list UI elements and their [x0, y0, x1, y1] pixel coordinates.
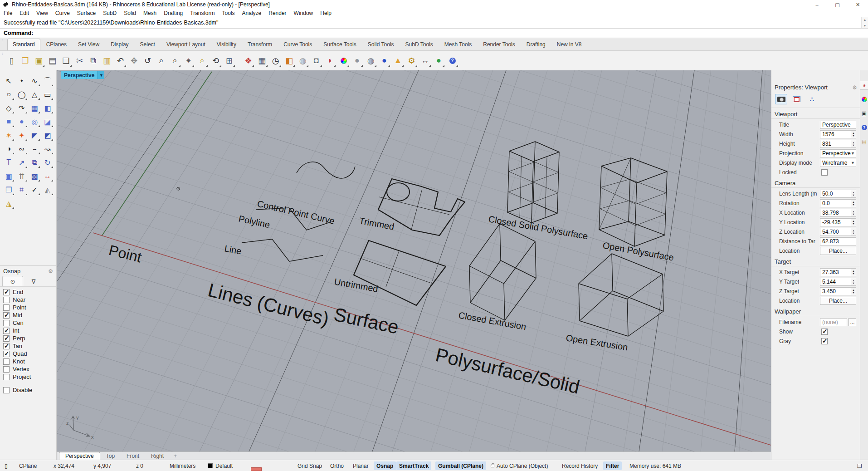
menu-edit[interactable]: Edit [16, 10, 33, 16]
toolbar-tab-curve-tools[interactable]: Curve Tools [278, 39, 317, 50]
paste-icon[interactable]: ▥ [101, 54, 113, 67]
spinner-target-y-target[interactable]: ▲▼ [851, 278, 856, 285]
undo-view-icon[interactable]: ⟲ [210, 54, 222, 67]
circle-icon[interactable]: ○ [3, 88, 15, 100]
spinner-viewport-height[interactable]: ▲▼ [851, 140, 856, 147]
command-scrollbar[interactable]: ▲ ▼ [861, 17, 868, 28]
viewport-title-menu[interactable]: Perspective ▼ [61, 71, 104, 79]
extrude-icon[interactable]: ⇈ [16, 170, 28, 182]
viewport-title[interactable]: Perspective [61, 71, 98, 79]
spinner-camera-rotation[interactable]: ▲▼ [851, 200, 856, 207]
zoom-icon[interactable]: ⌕ [155, 54, 167, 67]
dimension-icon[interactable]: ↔ [419, 54, 431, 67]
spinner-camera-x-location[interactable]: ▲▼ [851, 209, 856, 216]
toolbar-tab-drafting[interactable]: Drafting [521, 39, 551, 50]
split-icon[interactable]: ◩ [42, 129, 54, 141]
menu-file[interactable]: File [0, 10, 16, 16]
viewport-perspective[interactable]: PointLines (Curves)Control Point CurvePo… [57, 70, 771, 460]
browse-button-wallpaper-filename[interactable]: ... [848, 318, 856, 326]
status-units[interactable]: Millimeters [167, 461, 198, 470]
field-viewport-width[interactable]: 1576▲▼ [820, 130, 856, 138]
field-camera-lens-length-m[interactable]: 50.0▲▼ [820, 190, 856, 198]
toolbar-tab-solid-tools[interactable]: Solid Tools [362, 39, 400, 50]
boolean-icon[interactable]: ◑ [3, 143, 15, 155]
libraries-panel-tab-icon[interactable]: ▤ [860, 137, 868, 146]
viewport-tab-perspective[interactable]: Perspective [59, 452, 100, 460]
minimize-button[interactable]: – [807, 0, 827, 9]
array-icon[interactable]: ▩ [29, 170, 40, 182]
checkbox-cen[interactable] [3, 320, 10, 326]
torus-icon[interactable]: ◎ [29, 116, 40, 128]
toolbar-tab-visibility[interactable]: Visibility [211, 39, 242, 50]
box-icon[interactable]: ■ [3, 116, 15, 128]
fillet-icon[interactable]: ⌣ [29, 143, 40, 155]
sphere-icon[interactable]: ● [16, 116, 28, 128]
spinner-camera-y-location[interactable]: ▲▼ [851, 219, 856, 226]
notifications-icon[interactable]: ▲ [392, 54, 404, 67]
toolbar-tab-surface-tools[interactable]: Surface Tools [318, 39, 362, 50]
status-auto-cplane[interactable]: Auto CPlane (Object) [488, 461, 551, 470]
move-icon[interactable]: ↗ [16, 157, 28, 168]
field-target-x-target[interactable]: 27.363▲▼ [820, 268, 856, 276]
command-history[interactable]: Successfully read file "C:\Users\2022115… [0, 17, 868, 28]
menu-help[interactable]: Help [317, 10, 335, 16]
rendered-display-icon[interactable]: ◍ [365, 54, 377, 67]
menu-window[interactable]: Window [290, 10, 317, 16]
menu-curve[interactable]: Curve [52, 10, 73, 16]
new-file-icon[interactable]: ▯ [5, 54, 18, 67]
toolbar-tab-cplanes[interactable]: CPlanes [41, 39, 72, 50]
field-target-y-target[interactable]: 5.144▲▼ [820, 278, 856, 286]
status-gumball[interactable]: Gumball (CPlane) [435, 461, 486, 470]
status-grid-snap[interactable]: Grid Snap [295, 461, 325, 470]
toolbar-tab-select[interactable]: Select [135, 39, 161, 50]
field-camera-rotation[interactable]: 0.0▲▼ [820, 199, 856, 207]
shaded-display-icon[interactable]: ● [351, 54, 363, 67]
toolbar-tab-subd-tools[interactable]: SubD Tools [400, 39, 439, 50]
status-smarttrack[interactable]: SmartTrack [396, 461, 431, 470]
button-camera-location[interactable]: Place... [820, 247, 856, 255]
osnap-filter-tab[interactable]: ∇ [23, 276, 44, 286]
menu-transform[interactable]: Transform [186, 10, 218, 16]
dimension-tool-icon[interactable]: ↔ [42, 170, 54, 182]
help-icon[interactable]: ? [446, 54, 458, 67]
surface-revolve-icon[interactable]: ◪ [42, 116, 54, 128]
layers-icon[interactable]: ◗ [324, 54, 336, 67]
viewport-tab-top[interactable]: Top [100, 452, 121, 460]
toolbar-tab-display[interactable]: Display [105, 39, 134, 50]
properties-panel-tab-icon[interactable]: ◕ [860, 81, 868, 89]
field-camera-x-location[interactable]: 38.798▲▼ [820, 209, 856, 217]
status-layer[interactable]: Default [205, 461, 235, 470]
spinner-camera-z-location[interactable]: ▲▼ [851, 228, 856, 236]
cplane-icon[interactable]: ▦ [256, 54, 268, 67]
toolbar-tab-render-tools[interactable]: Render Tools [478, 39, 521, 50]
checkbox-wallpaper-show[interactable] [821, 329, 828, 335]
camera-tab[interactable] [775, 94, 787, 104]
checkbox-project[interactable] [3, 374, 10, 380]
select-icon[interactable]: ↖ [3, 75, 15, 87]
toolbar-tab-mesh-tools[interactable]: Mesh Tools [439, 39, 477, 50]
layer-copy-icon[interactable]: ❐ [3, 184, 15, 196]
toolbar-tab-standard[interactable]: Standard [7, 39, 40, 50]
field-viewport-projection[interactable]: Perspective▼ [820, 149, 856, 157]
surface-loft-icon[interactable]: ◧ [42, 102, 54, 114]
status-cplane[interactable]: CPlane [16, 461, 39, 470]
close-button[interactable]: ✕ [848, 0, 868, 9]
explode-burst-icon[interactable]: ✦ [16, 129, 28, 141]
check-selection-icon[interactable]: ✓ [29, 184, 40, 196]
chevron-down-icon[interactable]: ▼ [98, 71, 104, 79]
viewport-canvas[interactable]: PointLines (Curves)Control Point CurvePo… [57, 70, 771, 451]
viewport-tab-right[interactable]: Right [145, 452, 170, 460]
gumball-tab[interactable]: ∴ [806, 94, 818, 104]
named-views-icon[interactable]: ❖ [242, 54, 254, 67]
lock-icon[interactable]: ◘ [310, 54, 322, 67]
surface-points-icon[interactable]: ▦ [29, 102, 40, 114]
menu-tools[interactable]: Tools [219, 10, 239, 16]
spinner-target-x-target[interactable]: ▲▼ [851, 269, 856, 276]
fillet-curve-icon[interactable]: ↷ [16, 102, 28, 114]
color-wheel-icon[interactable] [337, 54, 350, 67]
toolbar-tab-viewport-layout[interactable]: Viewport Layout [161, 39, 211, 50]
checkbox-mid[interactable] [3, 312, 10, 319]
rotate-icon[interactable]: ↻ [42, 157, 54, 168]
checkbox-wallpaper-gray[interactable] [821, 338, 828, 344]
copy-icon[interactable]: ⧉ [87, 54, 99, 67]
